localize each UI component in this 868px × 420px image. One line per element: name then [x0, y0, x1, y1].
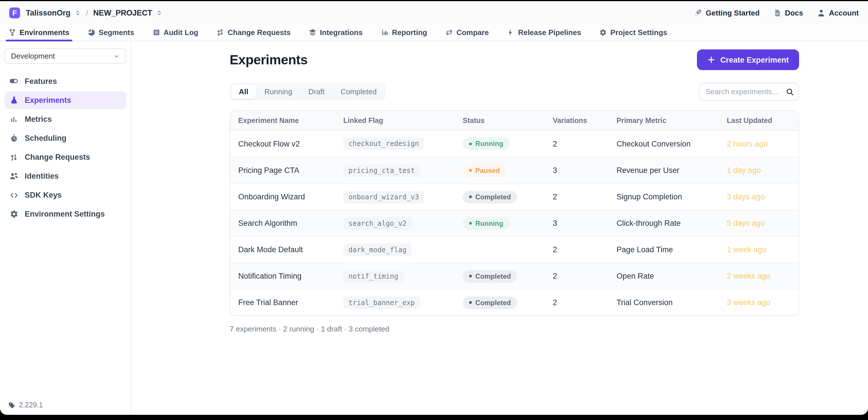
create-experiment-label: Create Experiment [720, 55, 789, 64]
experiments-table: Experiment Name Linked Flag Status Varia… [229, 110, 799, 316]
gear-icon [600, 29, 607, 36]
status-dot-icon [469, 142, 472, 145]
variations-count: 2 [553, 298, 617, 307]
table-row[interactable]: Notification Timing notif_timing Complet… [230, 262, 799, 289]
filter-tab-draft[interactable]: Draft [301, 84, 332, 99]
sidebar-item-label: Metrics [25, 115, 52, 123]
org-switcher[interactable]: TalissonOrg [26, 8, 81, 17]
table-row[interactable]: Checkout Flow v2 checkout_redesign Runni… [230, 131, 799, 157]
breadcrumb-separator: / [86, 8, 88, 17]
sidebar-item-identities[interactable]: Identities [5, 167, 126, 185]
primary-metric: Checkout Conversion [617, 139, 727, 148]
environment-select[interactable]: Development [5, 48, 126, 64]
viewport: F TalissonOrg / NEW_PROJECT Getting Star… [0, 1, 868, 420]
status-badge: Completed [463, 191, 517, 203]
last-updated: 3 days ago [727, 193, 790, 201]
chevron-updown-icon [156, 9, 162, 17]
sidebar-item-metrics[interactable]: Metrics [5, 110, 126, 128]
filter-tab-running[interactable]: Running [257, 84, 300, 99]
filter-tab-all[interactable]: All [231, 84, 256, 99]
tab-integrations[interactable]: Integrations [306, 24, 366, 41]
status-dot-icon [469, 169, 472, 172]
column-header-experiment-name: Experiment Name [238, 116, 343, 124]
sidebar-item-label: Environment Settings [25, 210, 105, 218]
tab-compare[interactable]: Compare [443, 24, 492, 41]
search-icon [786, 88, 794, 96]
linked-flag-chip: onboard_wizard_v3 [343, 191, 424, 203]
linked-flag-chip: search_algo_v2 [343, 217, 412, 229]
primary-metric: Signup Completion [617, 193, 727, 201]
account-label: Account [829, 8, 859, 17]
table-row[interactable]: Pricing Page CTA pricing_cta_test Paused… [230, 157, 799, 183]
getting-started-link[interactable]: Getting Started [694, 8, 760, 17]
layers-icon [309, 29, 317, 36]
table-row[interactable]: Dark Mode Default dark_mode_flag 2 Page … [230, 236, 799, 262]
create-experiment-button[interactable]: Create Experiment [696, 49, 799, 70]
chevron-updown-icon [74, 9, 81, 17]
sidebar-item-features[interactable]: Features [5, 72, 126, 90]
rocket-icon [694, 8, 702, 17]
sidebar-item-environment-settings[interactable]: Environment Settings [5, 205, 126, 223]
tab-project-settings[interactable]: Project Settings [597, 24, 670, 41]
tab-label: Reporting [392, 28, 427, 37]
table-row[interactable]: Free Trial Banner trial_banner_exp Compl… [230, 289, 799, 315]
sidebar-item-experiments[interactable]: Experiments [5, 91, 126, 109]
tab-segments[interactable]: Segments [85, 24, 137, 41]
lightning-icon [507, 29, 515, 36]
compare-icon [445, 29, 453, 36]
experiment-name: Dark Mode Default [238, 245, 343, 254]
project-switcher[interactable]: NEW_PROJECT [93, 8, 163, 17]
sidebar-item-label: Identities [25, 172, 59, 180]
status-dot-icon [469, 301, 472, 304]
metrics-icon [9, 115, 19, 123]
experiment-name: Checkout Flow v2 [238, 139, 343, 148]
primary-metric: Click-through Rate [617, 219, 727, 227]
sidebar-item-sdk-keys[interactable]: SDK Keys [5, 186, 126, 204]
chevron-down-icon [113, 53, 120, 59]
experiment-name: Pricing Page CTA [238, 166, 343, 175]
tab-environments[interactable]: Environments [6, 24, 72, 41]
tab-label: Project Settings [611, 28, 668, 37]
status-dot-icon [469, 275, 472, 278]
topbar: F TalissonOrg / NEW_PROJECT Getting Star… [0, 1, 868, 24]
tab-reporting[interactable]: Reporting [378, 24, 430, 41]
experiment-name: Search Algorithm [238, 219, 343, 227]
tab-release-pipelines[interactable]: Release Pipelines [504, 24, 584, 41]
tab-audit-log[interactable]: Audit Log [150, 24, 201, 41]
filter-row: All Running Draft Completed [229, 83, 799, 101]
table-row[interactable]: Search Algorithm search_algo_v2 Running … [230, 210, 799, 236]
sidebar-menu: Features Experiments Metrics [0, 72, 131, 223]
account-link[interactable]: Account [817, 8, 859, 17]
primary-metric: Page Load Time [617, 245, 727, 254]
version-label: 2.229.1 [19, 401, 43, 409]
docs-link[interactable]: Docs [773, 8, 803, 17]
table-row[interactable]: Onboarding Wizard onboard_wizard_v3 Comp… [230, 183, 799, 210]
search-input[interactable] [699, 83, 799, 101]
users-icon [9, 172, 19, 180]
tab-change-requests[interactable]: Change Requests [214, 24, 293, 41]
column-header-linked-flag: Linked Flag [343, 116, 463, 124]
tab-label: Compare [456, 28, 489, 37]
status-dot-icon [469, 195, 472, 198]
last-updated: 2 weeks ago [727, 272, 790, 280]
sidebar-item-scheduling[interactable]: Scheduling [5, 129, 126, 147]
status-badge: Completed [463, 270, 517, 282]
variations-count: 3 [553, 219, 617, 227]
plus-icon [707, 56, 715, 64]
pull-request-icon [217, 29, 224, 36]
page-header: Experiments Create Experiment [229, 49, 799, 70]
document-icon [773, 8, 781, 17]
primary-metric: Open Rate [617, 272, 727, 280]
sidebar-item-change-requests[interactable]: Change Requests [5, 148, 126, 166]
sidebar-item-label: Experiments [25, 96, 71, 105]
main-panel: Experiments Create Experiment All Runnin… [131, 41, 868, 415]
tag-icon [8, 401, 16, 409]
experiments-summary: 7 experiments · 2 running · 1 draft · 3 … [229, 325, 799, 333]
app-logo[interactable]: F [9, 7, 20, 18]
variations-count: 2 [553, 272, 617, 280]
column-header-last-updated: Last Updated [727, 116, 790, 124]
filter-tab-completed[interactable]: Completed [333, 84, 384, 99]
person-icon [817, 8, 826, 17]
sidebar: Development Features Experiments [0, 41, 131, 415]
sidebar-item-label: Change Requests [25, 153, 90, 162]
